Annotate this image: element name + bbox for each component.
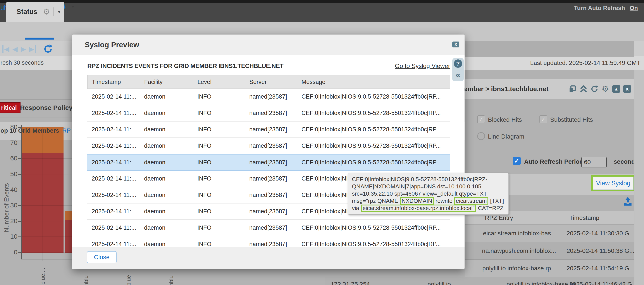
close-button[interactable]: Close <box>87 251 116 263</box>
dialog-side-controls: ? « <box>452 58 464 81</box>
table-cell: 2025-02-14 11:... <box>87 126 140 133</box>
first-page-icon[interactable]: ◀ <box>2 45 10 53</box>
close-panel-icon[interactable]: x <box>623 85 631 93</box>
chart-title: op 10 Grid Members <box>0 127 59 134</box>
y-tick-label: 50 <box>3 170 18 178</box>
table-row[interactable]: 2025-02-14 11:...daemonINFOnamed[23587]C… <box>87 89 450 105</box>
x-category-label: hblue <box>125 275 132 285</box>
table-cell: 2025-02-14 11:... <box>87 224 140 231</box>
column-header[interactable]: Timestamp <box>88 75 140 89</box>
table-row[interactable]: na.nawpush.com.infoblox...2025-02-14 11:… <box>465 242 634 260</box>
table-cell: 2025-02-14 11:... <box>87 192 140 198</box>
gear-icon[interactable]: ⚙ <box>601 85 610 93</box>
refresh-interval-text: resh 30 seconds <box>0 60 44 66</box>
go-to-syslog-viewer-link[interactable]: Go to Syslog Viewer <box>395 63 450 70</box>
table-cell: named[23587] <box>245 159 297 166</box>
x-category-label: chblu <box>83 275 90 285</box>
last-page-icon[interactable]: ▶ <box>29 45 36 53</box>
line-diagram-radio[interactable] <box>477 132 485 140</box>
rpz-link[interactable]: RP <box>62 127 71 134</box>
view-syslog-button[interactable]: View Syslog <box>593 177 634 190</box>
dialog-footer: Close <box>72 247 464 269</box>
dialog-header[interactable]: Syslog Preview x <box>72 35 464 55</box>
table-cell: CEF:0|Infoblox|NIOS|9.0.5-52728-5501324f… <box>297 143 450 149</box>
tooltip-line: src=10.35.22.10 spt=46067 view=_default … <box>352 190 504 197</box>
table-row-selected[interactable]: 2025-02-14 11:...daemonINFOnamed[23587]C… <box>87 154 450 171</box>
table-row[interactable]: eicar.stream.infoblox-bas...2025-02-14 1… <box>465 225 634 242</box>
table-row[interactable]: 2025-02-14 11:...daemonINFOnamed[23587]C… <box>87 105 450 122</box>
substituted-hits-checkbox[interactable]: ✓ <box>540 115 547 123</box>
gear-icon[interactable]: ⚙ <box>43 8 50 16</box>
axis-tick <box>18 143 21 143</box>
refresh-icon[interactable] <box>590 85 598 93</box>
table-row[interactable]: 2025-02-14 11:...daemonINFOnamed[23587]C… <box>87 220 450 236</box>
table-cell: INFO <box>193 126 245 133</box>
cef-message-tooltip: CEF:0|Infoblox|NIOS|9.0.5-52728-5501324f… <box>348 173 509 215</box>
auto-refresh-checkbox[interactable]: ✓ <box>513 157 521 165</box>
substituted-hits-label[interactable]: Substituted Hits <box>550 116 593 123</box>
rpz-entry-table: RPZ Entry Timestamp eicar.stream.infoblo… <box>465 211 634 277</box>
auto-refresh-on-link[interactable]: On <box>630 5 638 11</box>
x-category-label: chblue.... <box>40 267 46 285</box>
table-cell: CEF:0|Infoblox|NIOS|9.0.5-52728-5501324f… <box>297 126 450 133</box>
export-icon[interactable] <box>623 196 633 206</box>
column-header-timestamp[interactable]: Timestamp <box>562 214 599 221</box>
next-page-icon[interactable]: ▶ <box>21 45 26 53</box>
collapse-left-icon[interactable]: « <box>456 70 460 79</box>
line-diagram-label[interactable]: Line Diagram <box>488 133 524 140</box>
table-cell: INFO <box>193 224 245 231</box>
tooltip-line: QNAME|NXDOMAIN|7|app=DNS dst=10.100.0.10… <box>352 183 504 190</box>
table-row[interactable]: 2025-02-14 11:...daemonINFOnamed[23587]C… <box>87 122 450 138</box>
column-header[interactable]: Level <box>193 75 245 89</box>
auto-refresh-period-input[interactable] <box>581 157 607 167</box>
table-row[interactable]: 2025-02-14 11:...daemonINFOnamed[23587]C… <box>87 138 450 154</box>
highlighted-term: NXDOMAIN <box>400 197 434 205</box>
table-cell: INFO <box>193 93 245 100</box>
table-cell: CEF:0|Infoblox|NIOS|9.0.5-52728-5501324f… <box>297 110 450 117</box>
check-icon: ✓ <box>514 157 519 165</box>
help-icon[interactable]: ? <box>454 60 462 68</box>
table-cell: INFO <box>193 110 245 117</box>
blocked-hits-checkbox[interactable]: ✓ <box>477 115 485 123</box>
copy-icon[interactable] <box>568 85 577 93</box>
auto-refresh-label: Turn Auto Refresh <box>574 5 625 11</box>
axis-tick <box>18 236 21 237</box>
chevron-down-icon[interactable]: ▼ <box>71 5 75 9</box>
blocked-hits-label[interactable]: Blocked Hits <box>488 116 522 123</box>
table-cell: INFO <box>193 159 245 166</box>
auto-refresh-period-label: Auto Refresh Period <box>524 158 583 165</box>
table-cell: daemon <box>140 143 193 149</box>
view-syslog-highlight: View Syslog <box>592 175 635 191</box>
syslog-preview-dialog: Syslog Preview x RPZ INCIDENTS EVENTS FO… <box>72 35 464 269</box>
column-header[interactable]: Facility <box>140 75 193 89</box>
table-cell: 2025-02-14 11:... <box>87 143 140 149</box>
close-icon[interactable]: x <box>452 42 459 48</box>
y-axis-line <box>21 125 22 259</box>
timestamp-cell: 2025-02-14 11:50:38 G... <box>559 247 634 254</box>
column-header[interactable]: Message <box>297 75 450 89</box>
last-updated-text: Last updated: 2025-02-14 11:59:49 GMT <box>530 60 640 67</box>
member-panel-header: ember > ibns1.techblue.net ⚙ ▲ x <box>465 79 634 99</box>
table-row-partial[interactable]: 172.31.75.254 polyfill.io polyfill.io.in… <box>325 277 634 285</box>
prev-page-icon[interactable]: ◀ <box>12 45 18 53</box>
column-header[interactable]: Server <box>245 75 297 89</box>
collapse-up-icon[interactable] <box>580 85 588 93</box>
divider <box>40 45 40 53</box>
table-body: eicar.stream.infoblox-bas...2025-02-14 1… <box>465 225 634 277</box>
table-cell: CEF:0|Infoblox|NIOS|9.0.5-52728-5501324f… <box>297 93 450 100</box>
table-cell: CEF:0|Infoblox|NIOS|9.0.5-52728-5501324f… <box>297 159 450 166</box>
table-cell: INFO <box>193 192 245 198</box>
chevron-down-icon[interactable]: ▼ <box>57 10 61 15</box>
panel-up-icon[interactable]: ▲ <box>612 85 620 93</box>
table-row[interactable]: polyfill.io.infoblox-base.rp...2025-02-1… <box>465 260 634 277</box>
tooltip-line: CEF:0|Infoblox|NIOS|9.0.5-52728-5501324f… <box>352 176 504 183</box>
highlighted-term: eicar.stream.infoblox-base.rpz.infoblox.… <box>361 205 476 212</box>
refresh-icon[interactable] <box>43 44 53 54</box>
tab-status[interactable]: Status ⚙ ▼ <box>6 2 64 22</box>
domain-cell: polyfill.io <box>428 281 451 285</box>
axis-tick <box>18 252 21 253</box>
table-cell: daemon <box>140 175 193 182</box>
table-cell: named[23587] <box>245 175 297 182</box>
tooltip-line: msg="rpz QNAME NXDOMAIN rewrite eicar.st… <box>352 197 504 205</box>
table-cell: 2025-02-14 11:... <box>87 110 140 117</box>
